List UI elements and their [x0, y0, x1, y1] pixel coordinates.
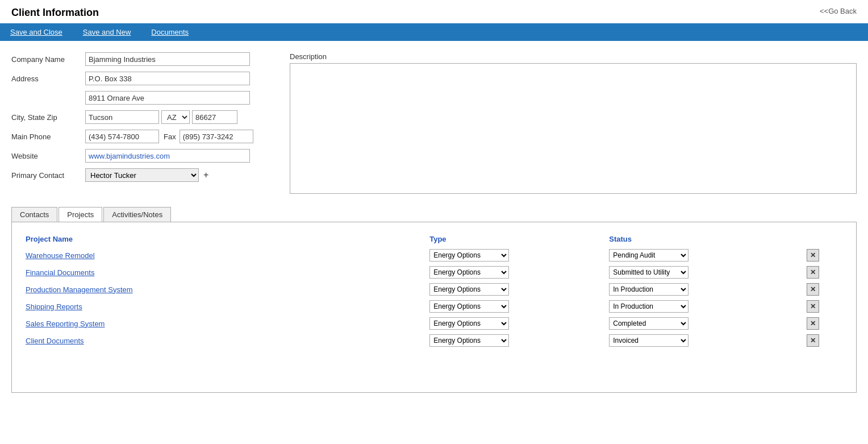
tabs-section: Contacts Projects Activities/Notes Proje…	[11, 207, 857, 393]
description-label: Description	[290, 52, 857, 61]
delete-row-button[interactable]: ✕	[807, 283, 819, 296]
company-name-input[interactable]	[85, 52, 250, 66]
add-contact-button[interactable]: +	[203, 170, 208, 180]
tab-activities[interactable]: Activities/Notes	[103, 207, 171, 222]
table-row: Client DocumentsEnergy OptionsOtherPendi…	[21, 332, 847, 349]
status-select[interactable]: Pending AuditSubmitted to UtilityIn Prod…	[609, 317, 688, 330]
delete-row-button[interactable]: ✕	[807, 300, 819, 313]
fax-input[interactable]	[180, 130, 253, 143]
table-row: Shipping ReportsEnergy OptionsOtherPendi…	[21, 298, 847, 315]
phone-row: Main Phone Fax	[11, 130, 273, 143]
company-name-row: Company Name	[11, 52, 273, 66]
col-status: Status	[604, 231, 802, 247]
table-row: Financial DocumentsEnergy OptionsOtherPe…	[21, 264, 847, 281]
zip-input[interactable]	[192, 110, 237, 124]
table-header-row: Project Name Type Status	[21, 231, 847, 247]
page-title: Client Information	[11, 7, 99, 18]
page-header: Client Information <<Go Back	[0, 0, 868, 23]
type-select[interactable]: Energy OptionsOther	[429, 334, 509, 347]
address1-row: Address	[11, 72, 273, 85]
go-back-link[interactable]: <<Go Back	[820, 7, 857, 15]
projects-table: Project Name Type Status Warehouse Remod…	[21, 231, 847, 349]
project-link[interactable]: Sales Reporting System	[26, 319, 105, 328]
status-select[interactable]: Pending AuditSubmitted to UtilityIn Prod…	[609, 249, 688, 262]
save-close-button[interactable]: Save and Close	[0, 23, 73, 41]
toolbar: Save and Close Save and New Documents	[0, 23, 868, 41]
main-phone-label: Main Phone	[11, 132, 85, 141]
table-row: Production Management SystemEnergy Optio…	[21, 281, 847, 298]
delete-row-button[interactable]: ✕	[807, 334, 819, 347]
save-new-button[interactable]: Save and New	[73, 23, 141, 41]
project-link[interactable]: Production Management System	[26, 285, 133, 294]
description-textarea[interactable]	[290, 63, 857, 194]
city-state-zip-row: City, State Zip AZ CA TX NY	[11, 110, 273, 124]
address-label: Address	[11, 74, 85, 83]
tab-bar: Contacts Projects Activities/Notes	[11, 207, 857, 222]
address1-input[interactable]	[85, 72, 250, 85]
type-select[interactable]: Energy OptionsOther	[429, 266, 509, 279]
city-state-zip-label: City, State Zip	[11, 113, 85, 122]
type-select[interactable]: Energy OptionsOther	[429, 317, 509, 330]
tab-projects[interactable]: Projects	[59, 207, 102, 222]
col-type: Type	[425, 231, 604, 247]
address2-row	[11, 91, 273, 105]
contact-row: Hector Tucker +	[85, 168, 208, 182]
col-project-name: Project Name	[21, 231, 425, 247]
state-select[interactable]: AZ CA TX NY	[161, 110, 190, 124]
tab-contacts[interactable]: Contacts	[11, 207, 57, 222]
documents-button[interactable]: Documents	[141, 23, 199, 41]
project-link[interactable]: Financial Documents	[26, 268, 94, 277]
delete-row-button[interactable]: ✕	[807, 266, 819, 279]
address2-input[interactable]	[85, 91, 250, 105]
website-label: Website	[11, 152, 85, 160]
type-select[interactable]: Energy OptionsOther	[429, 249, 509, 262]
table-row: Sales Reporting SystemEnergy OptionsOthe…	[21, 315, 847, 332]
project-link[interactable]: Warehouse Remodel	[26, 251, 95, 260]
form-section: Company Name Address City, State Zip AZ …	[11, 52, 857, 196]
projects-panel: Project Name Type Status Warehouse Remod…	[11, 222, 857, 393]
table-row: Warehouse RemodelEnergy OptionsOtherPend…	[21, 247, 847, 264]
form-left: Company Name Address City, State Zip AZ …	[11, 52, 273, 196]
city-input[interactable]	[85, 110, 159, 124]
fax-label: Fax	[164, 132, 176, 141]
primary-contact-select[interactable]: Hector Tucker	[85, 168, 199, 182]
form-right: Description	[290, 52, 857, 196]
delete-row-button[interactable]: ✕	[807, 249, 819, 262]
project-link[interactable]: Client Documents	[26, 337, 84, 345]
type-select[interactable]: Energy OptionsOther	[429, 300, 509, 313]
main-content: Company Name Address City, State Zip AZ …	[0, 41, 868, 404]
project-link[interactable]: Shipping Reports	[26, 302, 82, 311]
main-phone-input[interactable]	[85, 130, 159, 143]
status-select[interactable]: Pending AuditSubmitted to UtilityIn Prod…	[609, 334, 688, 347]
primary-contact-label: Primary Contact	[11, 171, 85, 180]
status-select[interactable]: Pending AuditSubmitted to UtilityIn Prod…	[609, 266, 688, 279]
website-input[interactable]	[85, 149, 250, 163]
status-select[interactable]: Pending AuditSubmitted to UtilityIn Prod…	[609, 300, 688, 313]
company-name-label: Company Name	[11, 55, 85, 64]
status-select[interactable]: Pending AuditSubmitted to UtilityIn Prod…	[609, 283, 688, 296]
col-action	[802, 231, 847, 247]
website-row: Website	[11, 149, 273, 163]
delete-row-button[interactable]: ✕	[807, 317, 819, 330]
primary-contact-row: Primary Contact Hector Tucker +	[11, 168, 273, 182]
type-select[interactable]: Energy OptionsOther	[429, 283, 509, 296]
